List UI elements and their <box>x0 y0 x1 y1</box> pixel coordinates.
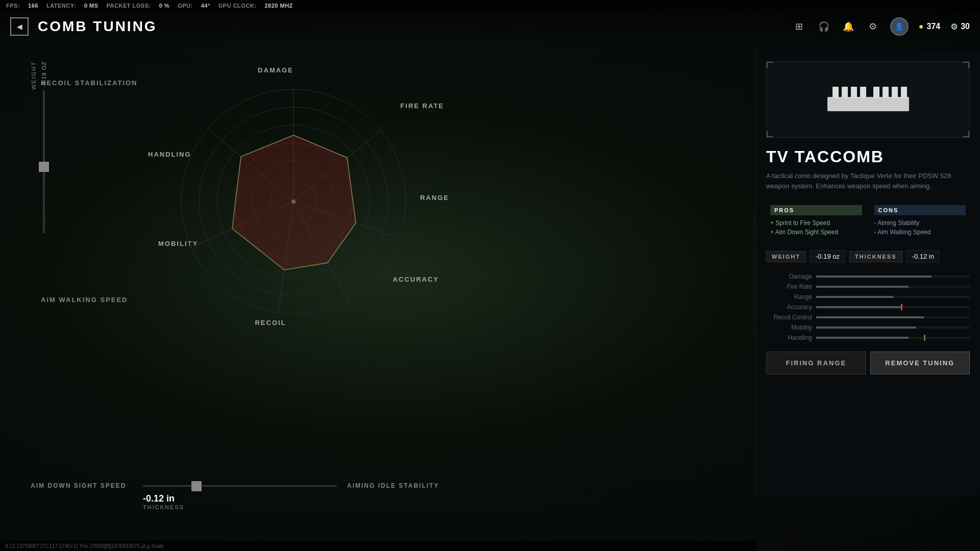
idle-label: AIMING IDLE STABILITY <box>347 482 449 489</box>
corner-bl <box>767 131 773 137</box>
stat-label-damage: Damage <box>766 273 812 280</box>
pro-item-1: + Aim Down Sight Speed <box>770 229 862 236</box>
thickness-tag-label: THICKNESS <box>849 251 902 262</box>
nav-right: ⊞ 🎧 🔔 ⚙ 👤 ● 374 ⚙ 30 <box>792 17 970 36</box>
svg-rect-19 <box>851 87 857 98</box>
packet-loss-value: 0 % <box>159 3 169 9</box>
weight-label-vertical: WEIGHT <box>31 61 37 90</box>
stat-fill-firerate <box>816 286 909 288</box>
stat-marker-accuracy <box>901 304 902 310</box>
fps-value: 166 <box>28 3 38 9</box>
cons-header: CONS <box>874 205 966 215</box>
stat-track-handling <box>816 337 970 339</box>
thickness-tag-value: -0.12 in <box>906 250 940 263</box>
stat-bar-firerate: Fire Rate <box>766 283 970 290</box>
vertical-slider-track <box>43 90 45 233</box>
page-title: COMB TUNING <box>38 18 157 35</box>
ads-label: AIM DOWN SIGHT SPEED <box>31 482 133 489</box>
gpu-clock-label: GPU CLOCK: <box>218 3 257 9</box>
stat-track-recoil <box>816 316 970 318</box>
stat-track-damage <box>816 276 970 278</box>
stat-track-accuracy <box>816 306 970 308</box>
pros-cons-row: PROS + Sprint to Fire Speed + Aim Down S… <box>766 201 970 242</box>
currency-value-2: 30 <box>961 22 970 31</box>
bottom-sliders: AIM DOWN SIGHT SPEED AIMING IDLE STABILI… <box>31 482 510 510</box>
stat-track-range <box>816 296 970 298</box>
svg-rect-22 <box>883 87 889 98</box>
cons-box: CONS - Aiming Stability - Aim Walking Sp… <box>870 201 970 242</box>
currency-1: ● 374 <box>919 22 940 31</box>
vertical-slider[interactable]: WEIGHT -0.19 OZ <box>31 61 47 233</box>
bell-icon[interactable]: 🔔 <box>841 19 855 34</box>
stat-bar-range: Range <box>766 293 970 300</box>
stat-fill-accuracy <box>816 306 901 308</box>
svg-point-15 <box>291 199 296 204</box>
ads-slider-track[interactable] <box>143 485 337 487</box>
con-item-1: - Aim Walking Speed <box>874 229 966 236</box>
radar-container: DAMAGE FIRE RATE HANDLING RANGE MOBILITY… <box>102 56 500 342</box>
stat-label-recoil: Recoil Control <box>766 314 812 321</box>
stat-label-firerate: Fire Rate <box>766 283 812 290</box>
con-item-0: - Aiming Stability <box>874 219 966 227</box>
corner-tl <box>767 62 773 68</box>
stat-bar-accuracy: Accuracy <box>766 304 970 311</box>
stat-bar-mobility: Mobility <box>766 324 970 331</box>
stat-label-range: Range <box>766 293 812 300</box>
weight-tag: WEIGHT -0.19 oz <box>766 250 845 263</box>
svg-rect-24 <box>901 87 907 98</box>
attachment-preview <box>766 61 970 138</box>
gpu-value: 44° <box>201 3 210 9</box>
radar-chart <box>148 61 454 337</box>
pro-item-0: + Sprint to Fire Speed <box>770 219 862 227</box>
vertical-slider-thumb[interactable] <box>39 162 49 172</box>
currency-value-1: 374 <box>927 22 941 31</box>
ads-slider-row: AIM DOWN SIGHT SPEED AIMING IDLE STABILI… <box>31 482 510 489</box>
thickness-value: -0.12 in <box>143 493 175 504</box>
latency-value: 0 MS <box>84 3 99 9</box>
thickness-label: THICKNESS <box>143 504 184 510</box>
settings-icon[interactable]: ⚙ <box>866 19 880 34</box>
stat-fill-damage <box>816 276 932 278</box>
svg-rect-17 <box>832 87 839 98</box>
headset-icon[interactable]: 🎧 <box>817 19 831 34</box>
svg-rect-23 <box>892 87 898 98</box>
corner-tr <box>963 62 969 68</box>
stat-marker-handling <box>924 335 925 341</box>
pros-header: PROS <box>770 205 862 215</box>
svg-rect-21 <box>873 87 879 98</box>
latency-label: LATENCY: <box>46 3 76 9</box>
stat-fill-range <box>816 296 893 298</box>
weight-row: WEIGHT -0.19 oz THICKNESS -0.12 in <box>766 250 970 263</box>
weight-tag-value: -0.19 oz <box>810 250 845 263</box>
pros-box: PROS + Sprint to Fire Speed + Aim Down S… <box>766 201 866 242</box>
attachment-image <box>822 82 914 117</box>
currency-icon-2: ⚙ <box>950 22 958 32</box>
currency-icon-1: ● <box>919 22 924 31</box>
remove-tuning-button[interactable]: REMOVE TUNING <box>870 352 970 374</box>
grid-icon[interactable]: ⊞ <box>792 19 806 34</box>
stat-fill-recoil <box>816 316 924 318</box>
svg-rect-20 <box>860 87 866 98</box>
fps-label: FPS: <box>6 3 20 9</box>
stat-bar-damage: Damage <box>766 273 970 280</box>
attachment-description: A tactical comb designed by Tactique Ver… <box>766 171 970 191</box>
currency-2: ⚙ 30 <box>950 22 970 32</box>
right-panel: TV TACCOMB A tactical comb designed by T… <box>755 51 980 495</box>
stat-fill-handling <box>816 337 909 339</box>
stat-bar-handling: Handling <box>766 334 970 341</box>
bottom-buttons: FIRING RANGE REMOVE TUNING <box>766 352 970 374</box>
weight-value: -0.19 OZ <box>41 61 47 87</box>
stat-label-mobility: Mobility <box>766 324 812 331</box>
debug-bar: 9.12.13759007 [72:117:1740+1] Tmc [7000]… <box>0 541 755 551</box>
svg-rect-16 <box>827 97 909 111</box>
gpu-clock-value: 2820 MHZ <box>264 3 292 9</box>
firing-range-button[interactable]: FIRING RANGE <box>766 352 866 374</box>
avatar[interactable]: 👤 <box>890 17 909 36</box>
stat-bar-recoil: Recoil Control <box>766 314 970 321</box>
back-button[interactable] <box>10 17 29 36</box>
ads-slider-thumb[interactable] <box>191 481 202 491</box>
stat-label-handling: Handling <box>766 334 812 341</box>
debug-text: 9.12.13759007 [72:117:1740+1] Tmc [7000]… <box>5 543 164 549</box>
packet-loss-label: PACKET LOSS: <box>107 3 151 9</box>
stat-track-mobility <box>816 327 970 329</box>
